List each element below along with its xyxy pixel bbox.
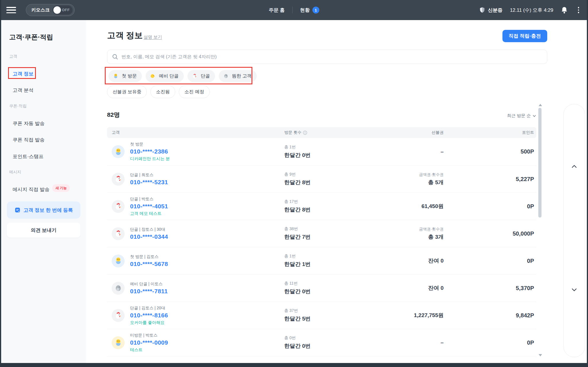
filter-chip-label: 소진됨: [156, 89, 170, 95]
sidebar: 고객·쿠폰·적립 고객 고객 정보 고객 분석 쿠폰·적립 쿠폰 자동 발송 쿠…: [1, 20, 86, 363]
table-row[interactable]: 단골 | 최토스 010-****-5231 총 9번 한달간 8번 금액권·횟…: [107, 165, 536, 193]
customer-memo: 고객 메모 테스트: [130, 211, 168, 216]
scrollbar-thumb[interactable]: [538, 108, 541, 218]
nav-divider: [292, 7, 293, 13]
visits-month: 한달간 5번: [284, 315, 365, 323]
kiosk-toggle-pill[interactable]: 키오스크 OFF: [26, 4, 75, 16]
filter-chip-pre-regular[interactable]: 예비 단골: [146, 70, 183, 82]
customer-phone-link[interactable]: 010-****-4051: [130, 203, 168, 210]
hatching-chick-icon: [112, 72, 119, 80]
customer-memo: 디카페인만 드시는 분: [130, 156, 170, 162]
filter-chip-first-visit[interactable]: 첫 방문: [109, 70, 142, 82]
customer-phone-link[interactable]: 010-****-5678: [130, 261, 168, 267]
scroll-page-down-button[interactable]: [564, 277, 585, 303]
points-value: 5,227P: [444, 166, 536, 193]
customer-phone-link[interactable]: 010-****-5231: [130, 179, 168, 186]
filter-chip-label: 첫 방문: [122, 73, 137, 79]
prepaid-value: 1,227,755원: [414, 312, 444, 319]
points-value: 5,370P: [444, 275, 536, 302]
sidebar-item-customer-analysis[interactable]: 고객 분석: [13, 87, 34, 94]
scrollbar-down-arrow[interactable]: [539, 354, 542, 356]
filter-chip-prepaid-expiring[interactable]: 소진 예정: [179, 86, 209, 98]
table-row[interactable]: 예비 단골 | 이토스 010-****-7811 총 11번 한달간 0번 잔…: [107, 274, 536, 302]
customer-phone-link[interactable]: 010-****-0344: [130, 233, 168, 240]
nav-status[interactable]: 현황 1: [300, 7, 319, 13]
direct-topup-button[interactable]: 직접 적립·충전: [502, 30, 547, 42]
customer-phone-link[interactable]: 010-****-0009: [130, 339, 168, 346]
scrollbar-up-arrow[interactable]: [539, 104, 542, 106]
customer-segment-label: 단골 | 김토스 | 20대: [130, 306, 168, 311]
filter-chip-prepaid-used[interactable]: 소진됨: [150, 86, 175, 98]
table-row[interactable]: 미방문 | 박토스 010-****-0009 테스트 총 0번 한달간 0번 …: [107, 329, 536, 356]
order-home-label: 주문 홈: [269, 7, 285, 13]
customer-phone-link[interactable]: 010-****-7811: [130, 288, 168, 295]
customer-phone-link[interactable]: 010-****-2386: [130, 148, 170, 155]
filter-chip-prepaid-active[interactable]: 선불권 보유중: [107, 86, 147, 98]
sidebar-item-coupon-direct[interactable]: 쿠폰 직접 발송: [13, 137, 45, 143]
customer-search-box[interactable]: [107, 50, 547, 64]
table-row[interactable]: 예비 단골 | 박토스 | 20대 총 0번: [107, 356, 536, 363]
prepaid-value: 잔여 0: [428, 257, 444, 265]
prepaid-value: –: [440, 339, 444, 346]
scroll-page-up-button[interactable]: [564, 154, 585, 179]
kiosk-state-label: OFF: [62, 8, 70, 12]
customer-avatar: [112, 200, 125, 213]
new-feature-badge: 새 기능: [52, 184, 70, 192]
page-scroll-strip: [563, 104, 585, 357]
visits-total: 총 37번: [284, 308, 365, 313]
column-prepaid: 선불권: [365, 130, 444, 135]
table-row[interactable]: 단골 | 장토스 | 30대 010-****-0344 총 38번 한달간 7…: [107, 220, 536, 247]
sort-dropdown[interactable]: 최근 방문 순: [507, 113, 536, 119]
table-row[interactable]: 단골 | 박토스 010-****-4051 고객 메모 테스트 총 17번 한…: [107, 193, 536, 220]
info-icon[interactable]: [303, 131, 307, 135]
table-row[interactable]: 첫 방문 010-****-2386 디카페인만 드시는 분 총 1번 한달간 …: [107, 138, 536, 165]
customer-phone-link[interactable]: 010-****-8166: [130, 312, 168, 319]
datetime-label: 12.11 (수) 오후 4:29: [510, 7, 553, 13]
sidebar-item-points-stamp[interactable]: 포인트·스탬프: [13, 153, 44, 160]
id-card-button[interactable]: 신분증: [479, 7, 502, 13]
description-link[interactable]: 설명 보기: [144, 34, 162, 40]
customer-avatar: [112, 145, 125, 158]
filter-chip-regular[interactable]: 단골: [187, 70, 215, 82]
filter-chip-label: 선불권 보유중: [113, 89, 141, 95]
sidebar-item-message-direct[interactable]: 메시지 직접 발송: [13, 186, 49, 193]
column-visits: 방문 횟수: [284, 130, 365, 135]
filter-chip-inactive[interactable]: 뜸한 고객: [219, 70, 257, 82]
more-options-icon[interactable]: [575, 6, 582, 14]
menu-icon[interactable]: [6, 7, 16, 13]
customer-table: 고객 방문 횟수 선불권 포인트 첫 방문 010-****-2386 디카페인…: [107, 127, 536, 363]
register-customers-label: 고객 정보 한 번에 등록: [24, 207, 73, 213]
sidebar-title: 고객·쿠폰·적립: [9, 33, 53, 42]
prepaid-type: 금액권·횟수권: [419, 227, 444, 232]
notification-bell-icon[interactable]: [561, 6, 568, 14]
nav-order-home[interactable]: 주문 홈: [269, 7, 285, 13]
sidebar-item-customer-info[interactable]: 고객 정보: [13, 71, 34, 77]
table-row[interactable]: 첫 방문 | 김토스 010-****-5678 총 1번 한달간 1번 잔여 …: [107, 247, 536, 274]
search-icon: [112, 54, 118, 60]
filter-chip-label: 소진 예정: [184, 89, 204, 95]
topbar-right: 신분증 12.11 (수) 오후 4:29: [479, 0, 582, 20]
toggle-knob: [53, 6, 61, 14]
visits-total: 총 0번: [284, 335, 365, 341]
kiosk-toggle[interactable]: OFF: [53, 5, 73, 15]
register-customers-button[interactable]: 고객 정보 한 번에 등록: [7, 201, 80, 219]
sidebar-section-message: 메시지: [9, 170, 21, 175]
visits-total: 총 1번: [284, 145, 365, 150]
chevron-down-icon: [570, 286, 578, 294]
prepaid-value: 총 3개: [428, 233, 444, 241]
visits-month: 한달간 0번: [284, 288, 365, 295]
sidebar-item-coupon-auto[interactable]: 쿠폰 자동 발송: [13, 120, 45, 127]
shield-icon: [479, 7, 485, 13]
customer-segment-label: 미방문 | 박토스: [130, 333, 168, 338]
search-input[interactable]: [121, 54, 542, 59]
prepaid-value: 잔여 0: [428, 284, 444, 292]
table-row[interactable]: 단골 | 김토스 | 20대 010-****-8166 오커아를 좋아해요 총…: [107, 302, 536, 329]
id-card-label: 신분증: [488, 7, 502, 13]
customer-avatar: [112, 309, 125, 322]
customer-avatar: [112, 336, 125, 349]
customer-segment-label: 단골 | 최토스: [130, 172, 168, 178]
sidebar-section-customer: 고객: [9, 54, 17, 59]
customer-avatar: [112, 173, 125, 186]
visits-month: 한달간 8번: [284, 179, 365, 186]
send-feedback-button[interactable]: 의견 보내기: [7, 223, 80, 238]
